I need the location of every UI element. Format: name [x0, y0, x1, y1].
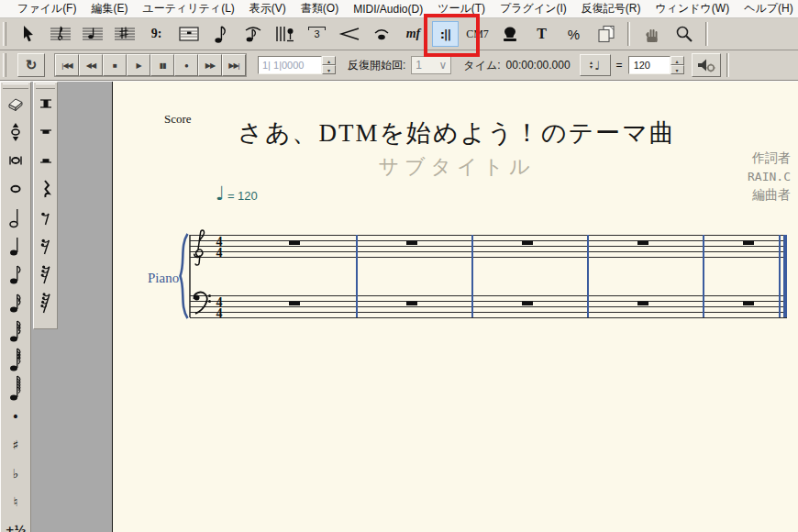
menu-window[interactable]: ウィンドウ(W): [648, 0, 737, 18]
spinner-down-icon[interactable]: ▾: [322, 65, 336, 74]
loop-playback-button[interactable]: ↻: [17, 53, 45, 77]
hairpin-tool[interactable]: [336, 21, 362, 47]
eighth-note-icon: [212, 23, 230, 45]
lyrics-tool[interactable]: [272, 21, 298, 47]
stop-button[interactable]: ■: [103, 54, 127, 76]
magnifier-icon: [674, 24, 694, 44]
quarter-note-icon: [7, 234, 24, 258]
record-button[interactable]: ●: [174, 54, 198, 76]
thirty-second-rest-tool[interactable]: [34, 260, 57, 288]
chord-tool[interactable]: CM7: [464, 21, 491, 47]
whole-note-tool[interactable]: [1, 174, 30, 203]
repeat-start-dropdown[interactable]: 1 ∨: [411, 56, 451, 74]
crescendo-icon: [338, 26, 360, 42]
double-whole-rest-tool[interactable]: [34, 89, 57, 117]
lyrics-mic-icon: [274, 24, 296, 44]
hand-icon: [642, 24, 662, 44]
sixteenth-note-tool[interactable]: [1, 288, 30, 316]
pointer-tool[interactable]: [15, 21, 41, 47]
spinner-up-icon[interactable]: ▴: [322, 56, 336, 65]
smart-shape-tool[interactable]: [239, 21, 266, 47]
thirty-second-note-tool[interactable]: [1, 316, 30, 345]
sixteenth-rest-tool[interactable]: [34, 231, 57, 260]
articulation-tool[interactable]: [496, 21, 523, 47]
skip-to-end-button[interactable]: ▶▶|: [222, 54, 246, 76]
audio-settings-button[interactable]: [692, 53, 721, 77]
measure-beat-counter[interactable]: 1| 1|0000: [258, 56, 322, 74]
quarter-note-tool[interactable]: [1, 231, 30, 260]
fast-forward-button[interactable]: ▶▶: [198, 54, 222, 76]
sixty-fourth-note-tool[interactable]: [1, 345, 30, 373]
counter-spinner[interactable]: ▴ ▾: [322, 56, 336, 74]
sharp-tool[interactable]: ♯: [1, 430, 30, 459]
tempo-unit-button[interactable]: ▴▾ ♩: [580, 54, 611, 76]
tempo-input[interactable]: 120: [628, 56, 671, 74]
quarter-rest-tool[interactable]: [34, 174, 57, 203]
expression-tool[interactable]: mf: [400, 21, 427, 47]
toolbar-grip[interactable]: [3, 53, 6, 77]
pages-icon: [596, 24, 616, 44]
repeat-tool[interactable]: :||: [432, 21, 459, 47]
skip-to-start-button[interactable]: |◀◀: [55, 54, 79, 76]
menu-edit[interactable]: 編集(E): [83, 0, 135, 18]
credits-block: 作詞者 RAIN.C 編曲者: [748, 150, 791, 205]
repitch-tool[interactable]: [1, 117, 30, 146]
pause-button[interactable]: ▮▮: [150, 54, 174, 76]
tuplet-tool[interactable]: 3: [304, 21, 330, 47]
menu-help[interactable]: ヘルプ(H): [737, 0, 798, 18]
hand-grabber-tool[interactable]: [638, 21, 665, 47]
text-tool[interactable]: T: [528, 21, 555, 47]
hundred-twenty-eighth-note-tool[interactable]: [1, 373, 30, 402]
page-layout-tool[interactable]: [593, 21, 619, 47]
grand-staff-system[interactable]: 4 4 4 4: [175, 226, 792, 335]
menu-file[interactable]: ファイル(F): [10, 0, 83, 18]
play-button[interactable]: ▶: [127, 54, 150, 76]
menu-repeats[interactable]: 反復記号(R): [574, 0, 648, 18]
clef-tool[interactable]: 9:: [143, 21, 170, 47]
menu-tools[interactable]: ツール(T): [430, 0, 493, 18]
quarter-rest-icon: [38, 177, 54, 201]
quarter-note-glyph: ♩: [216, 184, 225, 203]
composer-name: RAIN.C: [748, 168, 791, 186]
natural-tool[interactable]: ♮: [1, 487, 30, 515]
resize-tool[interactable]: %: [560, 21, 587, 47]
tie-tool[interactable]: [368, 21, 394, 47]
transport-controls: |◀◀ ◀◀ ■ ▶ ▮▮ ● ▶▶ ▶▶|: [54, 53, 247, 77]
menu-utilities[interactable]: ユーティリティ(L): [135, 0, 241, 18]
key-signature-tool[interactable]: [111, 21, 138, 47]
rewind-button[interactable]: ◀◀: [79, 54, 103, 76]
eraser-tool[interactable]: [1, 89, 30, 117]
dynamics-glyph: mf: [406, 27, 421, 41]
half-step-tool[interactable]: +½: [1, 515, 30, 532]
sixty-fourth-rest-tool[interactable]: [34, 288, 57, 316]
spinner-up-icon[interactable]: ▴: [671, 56, 684, 65]
half-rest-tool[interactable]: [34, 146, 57, 174]
arranger-label: 編曲者: [748, 186, 791, 205]
zoom-tool[interactable]: [671, 21, 697, 47]
treble-clef-icon: [194, 230, 205, 265]
whole-rest-tool[interactable]: [34, 117, 57, 146]
eighth-note-tool[interactable]: [1, 260, 30, 288]
note-staff-tool[interactable]: [79, 21, 105, 47]
menu-midi-audio[interactable]: MIDI/Audio(D): [346, 1, 430, 17]
measure-tool[interactable]: [175, 21, 202, 47]
flat-tool[interactable]: ♭: [1, 459, 30, 487]
half-rest-icon: [38, 149, 54, 172]
note-staff-icon: [82, 25, 104, 43]
half-note-tool[interactable]: [1, 203, 30, 231]
menu-document[interactable]: 書類(O): [294, 0, 346, 18]
bass-clef-glyph: 9:: [151, 27, 162, 41]
tempo-spinner[interactable]: ▴ ▾: [671, 56, 684, 74]
spinner-down-icon[interactable]: ▾: [671, 65, 684, 74]
double-whole-note-tool[interactable]: [1, 146, 30, 174]
augmentation-dot-tool[interactable]: •: [1, 402, 30, 430]
eighth-rest-tool[interactable]: [34, 203, 57, 231]
note-entry-tool[interactable]: [207, 21, 234, 47]
menu-view[interactable]: 表示(V): [242, 0, 294, 18]
score-page[interactable]: Score さあ、DTMを始めよう！のテーマ曲 サブタイトル 作詞者 RAIN.…: [112, 82, 798, 532]
toolbar-grip[interactable]: [3, 22, 6, 46]
staff-tool[interactable]: [47, 21, 73, 47]
eighth-note-icon: [7, 262, 24, 286]
menu-plugins[interactable]: プラグイン(I): [493, 0, 574, 18]
sixteenth-rest-icon: [38, 234, 54, 258]
